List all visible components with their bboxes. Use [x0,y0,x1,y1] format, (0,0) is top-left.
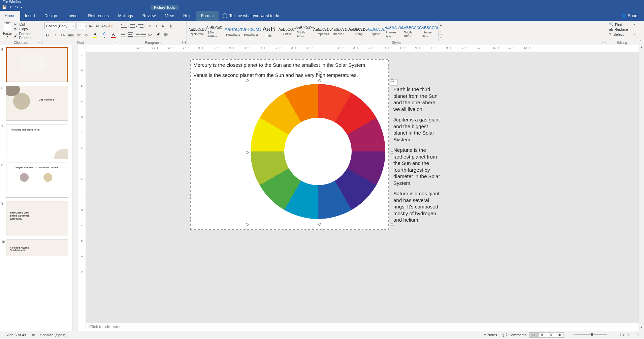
resize-handle-n[interactable] [318,79,321,82]
font-color-button[interactable]: A [110,32,117,38]
increase-indent-button[interactable]: ≥ [154,23,160,29]
scroll-down-button[interactable]: ▾ [639,326,644,331]
style-no-spacing[interactable]: AaBbCcDc¶ No Spac... [206,22,224,41]
zoom-in-button[interactable]: + [609,333,617,337]
styles-gallery[interactable]: AaBbCcDc¶ NormalAaBbCcDc¶ No Spac...AaBb… [189,22,438,41]
style-subtle-em[interactable]: AaBbCcDcSubtle Em... [296,22,313,41]
justify-button[interactable] [140,32,146,37]
paragraph-neptune[interactable]: Neptune is the farthest planet from the … [393,147,442,186]
bullets-button[interactable] [121,24,127,28]
selected-image[interactable]: ⌃ [247,81,392,224]
notes-button[interactable]: ≡Notes [481,333,500,337]
view-sorter-button[interactable]: ▦ [538,332,546,338]
comments-button[interactable]: 💬Comments [500,333,529,337]
change-case-button[interactable]: Aa▾ [101,23,107,29]
resize-handle-s[interactable] [318,223,321,226]
style-intense-em[interactable]: AaBbCcDcIntense E... [331,22,349,41]
styles-scroll-up[interactable]: ▴ [439,22,443,28]
undo-button[interactable]: ↶ [9,5,12,9]
view-slideshow-button[interactable]: ▣ [556,332,564,338]
styles-launcher[interactable]: ↘ [603,41,606,44]
slide-thumbnail-9[interactable]: You Could Use Three Columns, Why Not? [6,201,68,236]
tab-help[interactable]: Help [179,11,196,21]
view-reading-button[interactable]: ▭ [547,332,555,338]
style-emphasis[interactable]: AaBbCcDcEmphasis [314,22,331,41]
redo-button[interactable]: ↷ [15,5,18,9]
tell-me-search[interactable]: Tell me what you want to do [219,13,283,18]
wrapped-text[interactable]: Earth is the third planet from the Sun a… [393,86,442,227]
tab-references[interactable]: References [83,11,113,21]
collapse-ribbon-button[interactable]: ˄ [637,21,644,45]
copy-button[interactable]: ⧉Copy [14,27,40,31]
clear-formatting-button[interactable]: A⊘ [108,23,114,29]
resize-handle-nw[interactable] [246,79,249,82]
tab-home[interactable]: Home [0,11,20,21]
clipboard-launcher[interactable]: ↘ [38,41,41,44]
text-box[interactable]: Mercury is the closest planet to the Sun… [190,59,389,230]
cut-button[interactable]: ✂Cut [14,22,40,26]
align-center-button[interactable] [128,32,133,37]
underline-button[interactable]: U▾ [60,32,66,38]
scroll-up-button[interactable]: ▴ [639,45,644,51]
resize-handle-w[interactable] [246,151,249,154]
view-normal-button[interactable]: ▢ [529,332,538,338]
resize-handle-e[interactable] [391,151,393,154]
superscript-button[interactable]: x2 [84,32,90,38]
sort-button[interactable]: A↓ [161,23,167,29]
paragraph-venus[interactable]: Venus is the second planet from the Sun … [193,72,386,79]
bold-button[interactable]: B [44,32,50,38]
style-heading1[interactable]: AaBbCcHeading 1 [224,22,242,41]
style-heading2[interactable]: AaBbCcCHeading 2 [242,22,260,41]
style-subtitle[interactable]: AaBbCcCSubtitle [278,22,295,41]
show-marks-button[interactable]: ¶ [168,23,174,29]
find-button[interactable]: 🔍Find▾ [609,22,635,27]
borders-button[interactable]: ▦▾ [162,32,168,38]
share-button[interactable]: 👤 Share [616,13,644,18]
strikethrough-button[interactable]: abc [68,32,74,38]
slide-thumbnails-pane[interactable]: 5 6 Cat Power 1 7 The Slide Title Goes H… [0,45,72,331]
tab-view[interactable]: View [160,11,179,21]
select-button[interactable]: ↖Select▾ [609,32,635,36]
vertical-scrollbar[interactable]: ▴ ▾ [639,45,644,331]
thumbnail-scrollbar[interactable] [72,45,78,331]
replace-button[interactable]: abReplace [609,27,635,31]
format-painter-button[interactable]: 🖌Format Painter [14,32,40,40]
slide-thumbnail-8[interactable]: Maybe You Need to Divide the Content [6,163,68,198]
style-subtle-ref[interactable]: AABBCCDCSubtle Ref... [403,22,420,41]
resize-handle-se[interactable] [391,223,393,226]
tab-layout[interactable]: Layout [62,11,83,21]
slide-thumbnail-5[interactable] [6,47,68,82]
decrease-indent-button[interactable]: ≤ [147,23,153,29]
slide-thumbnail-7[interactable]: The Slide Title Goes Here! [6,124,68,159]
zoom-out-button[interactable]: − [564,333,572,337]
tab-mailings[interactable]: Mailings [114,11,138,21]
tab-review[interactable]: Review [138,11,160,21]
styles-expand[interactable]: ≡ [439,35,443,41]
notes-pane[interactable]: Click to add notes [86,323,639,331]
style-title[interactable]: AaBTitle [260,22,278,41]
styles-scroll-down[interactable]: ▾ [439,28,443,34]
paste-button[interactable]: Paste ▾ [2,22,12,40]
rotate-handle-icon[interactable] [317,71,322,76]
tab-insert[interactable]: Insert [20,11,40,21]
scroll-track[interactable] [639,51,644,326]
style-intense-ref[interactable]: AABBCCDCIntense Re... [421,22,438,41]
status-spellcheck[interactable]: ▭ [29,333,37,337]
font-size-combo[interactable]: 11 [76,23,87,29]
font-launcher[interactable]: ↘ [115,41,118,44]
document-canvas[interactable]: Mercury is the closest planet to the Sun… [86,52,639,323]
subscript-button[interactable]: x2 [76,32,82,38]
style-strong[interactable]: AaBbCcDcStrong [349,22,367,41]
paragraph-launcher[interactable]: ↘ [182,41,186,44]
line-spacing-button[interactable]: ↕≡▾ [147,32,153,38]
fit-window-button[interactable]: ⊡ [633,333,641,337]
shrink-font-button[interactable]: A▾ [94,23,100,29]
multilevel-list-button[interactable] [138,24,143,28]
paragraph-saturn[interactable]: Saturn is a gas giant and has several ri… [393,190,442,223]
save-icon[interactable]: 💾 [2,5,7,9]
align-right-button[interactable] [134,32,139,37]
zoom-slider[interactable] [574,334,607,335]
numbering-button[interactable] [130,24,135,28]
text-highlight-button[interactable]: A [92,32,99,38]
paragraph-earth[interactable]: Earth is the third planet from the Sun a… [393,86,442,112]
